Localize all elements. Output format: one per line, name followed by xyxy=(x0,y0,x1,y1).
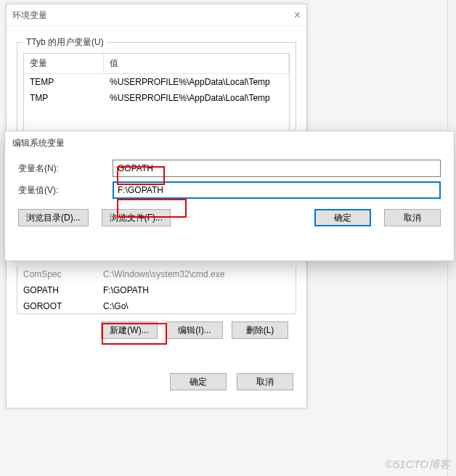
table-row[interactable]: ComSpec C:\Windows\system32\cmd.exe xyxy=(17,266,296,282)
edit-dialog-title: 编辑系统变量 xyxy=(5,131,454,155)
env-dialog-title: 环境变量 xyxy=(12,4,47,26)
system-variables-table[interactable]: ComSpec C:\Windows\system32\cmd.exe GOPA… xyxy=(17,266,296,314)
table-row[interactable]: GOPATH F:\GOPATH xyxy=(17,282,296,298)
edit-cancel-button[interactable]: 取消 xyxy=(384,209,441,226)
edit-ok-button[interactable]: 确定 xyxy=(314,209,371,226)
edit-system-variable-dialog: 编辑系统变量 变量名(N): 变量值(V): 浏览目录(D)... 浏览文件(F… xyxy=(4,131,455,261)
table-row[interactable]: TMP %USERPROFILE%\AppData\Local\Temp xyxy=(24,90,289,106)
ok-button[interactable]: 确定 xyxy=(170,373,227,390)
user-variables-table[interactable]: 变量 值 TEMP %USERPROFILE%\AppData\Local\Te… xyxy=(23,53,290,141)
cell-val: C:\Go\ xyxy=(97,298,296,314)
cell-val: %USERPROFILE%\AppData\Local\Temp xyxy=(104,90,289,106)
env-dialog-footer-buttons: 确定 取消 xyxy=(170,373,293,390)
delete-button[interactable]: 删除(L) xyxy=(232,321,288,339)
cell-val: %USERPROFILE%\AppData\Local\Temp xyxy=(104,74,289,90)
browse-directory-button[interactable]: 浏览目录(D)... xyxy=(18,209,89,226)
watermark-text: ©51CTO博客 xyxy=(386,458,450,472)
variable-value-input[interactable] xyxy=(113,181,441,199)
cell-val: F:\GOPATH xyxy=(97,282,296,298)
variable-name-input[interactable] xyxy=(113,160,441,177)
variable-value-label: 变量值(V): xyxy=(18,184,113,197)
cell-val: C:\Windows\system32\cmd.exe xyxy=(97,266,296,282)
close-icon[interactable]: × xyxy=(294,4,301,26)
browse-file-button[interactable]: 浏览文件(F)... xyxy=(102,209,171,226)
user-variables-legend: TTyb 的用户变量(U) xyxy=(23,36,107,49)
cell-var: TEMP xyxy=(24,74,104,90)
system-variables-group: ComSpec C:\Windows\system32\cmd.exe GOPA… xyxy=(17,262,296,339)
cell-var: TMP xyxy=(24,90,104,106)
edit-button[interactable]: 编辑(I)... xyxy=(166,321,223,339)
system-variables-buttons: 新建(W)... 编辑(I)... 删除(L) xyxy=(17,321,296,339)
cancel-button[interactable]: 取消 xyxy=(237,373,293,390)
cell-var: GOROOT xyxy=(17,298,97,314)
variable-name-label: 变量名(N): xyxy=(18,163,113,175)
new-button[interactable]: 新建(W)... xyxy=(101,321,158,339)
table-row[interactable]: GOROOT C:\Go\ xyxy=(17,298,296,314)
column-header-variable[interactable]: 变量 xyxy=(24,54,104,73)
table-row[interactable]: TEMP %USERPROFILE%\AppData\Local\Temp xyxy=(24,74,289,90)
column-header-value[interactable]: 值 xyxy=(104,54,289,73)
cell-var: ComSpec xyxy=(17,266,97,282)
cell-var: GOPATH xyxy=(17,282,97,298)
env-dialog-titlebar[interactable]: 环境变量 × xyxy=(7,4,306,26)
